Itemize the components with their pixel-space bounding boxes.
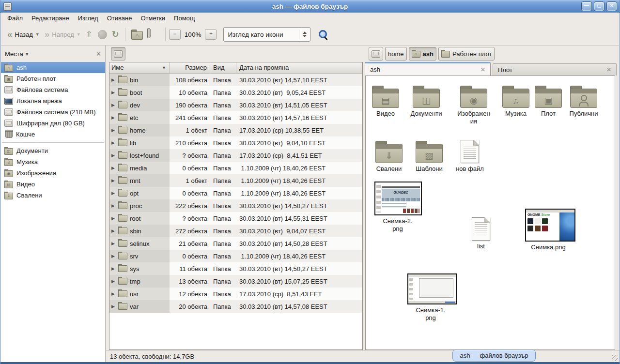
sidebar-item[interactable]: ◉Изображения bbox=[1, 167, 105, 179]
computer-button[interactable] bbox=[145, 28, 162, 41]
file-icon-snimka2[interactable]: GUADECСнимка-2. png bbox=[374, 182, 421, 232]
sidebar-title[interactable]: Места bbox=[5, 50, 23, 58]
file-icon-images[interactable]: ◉Изображен ия bbox=[450, 84, 497, 125]
file-icon-downloads[interactable]: ⇓Свалени bbox=[366, 139, 412, 173]
view-mode-select[interactable]: Изглед като икони bbox=[223, 27, 310, 42]
close-button[interactable]: ✕ bbox=[606, 1, 617, 11]
file-icon-public[interactable]: Публични bbox=[560, 84, 607, 118]
breadcrumb-button[interactable] bbox=[369, 47, 383, 61]
menu-item-go[interactable]: Отиване bbox=[103, 14, 137, 23]
table-row[interactable]: ▶boot10 обектаПапка30.03.2010 (вт) 9,05,… bbox=[109, 86, 362, 99]
table-row[interactable]: ▶home1 обектПапка17.03.2010 (ср) 10,38,5… bbox=[109, 124, 362, 136]
file-icon-snimka1[interactable]: Снимка-1. png bbox=[407, 273, 454, 321]
sidebar-item[interactable]: Кошче bbox=[1, 129, 105, 140]
breadcrumb-button[interactable]: Работен плот bbox=[438, 47, 495, 61]
tab-close-icon[interactable]: ✕ bbox=[480, 66, 485, 73]
zoom-out-button[interactable]: − bbox=[169, 29, 181, 40]
expander-icon[interactable]: ▶ bbox=[111, 254, 116, 258]
breadcrumb-button[interactable]: ⌂ash bbox=[409, 47, 436, 61]
tab-ash[interactable]: ash✕ bbox=[365, 62, 491, 76]
expander-icon[interactable]: ▶ bbox=[111, 77, 116, 82]
menu-item-view[interactable]: Изглед bbox=[74, 14, 103, 23]
expander-icon[interactable]: ▶ bbox=[111, 291, 116, 296]
table-row[interactable]: ▶bin108 обектаПапка30.03.2010 (вт) 14,57… bbox=[109, 74, 362, 86]
expander-icon[interactable]: ▶ bbox=[111, 228, 116, 233]
expander-icon[interactable]: ▶ bbox=[111, 128, 116, 133]
file-icon-templates[interactable]: ▨Шаблони bbox=[406, 139, 452, 173]
reload-button[interactable]: ↻ bbox=[109, 27, 122, 42]
expander-icon[interactable]: ▶ bbox=[111, 90, 116, 95]
column-header[interactable]: Вид bbox=[210, 62, 236, 73]
expander-icon[interactable]: ▶ bbox=[111, 203, 116, 208]
menu-item-bookmarks[interactable]: Отметки bbox=[136, 14, 170, 23]
up-button[interactable]: ⇧ bbox=[83, 27, 95, 42]
table-row[interactable]: ▶sbin272 обектаПапка30.03.2010 (вт) 9,04… bbox=[109, 225, 362, 237]
breadcrumb-button[interactable]: home bbox=[385, 47, 407, 61]
sidebar-close-icon[interactable]: ✕ bbox=[96, 50, 101, 58]
table-row[interactable]: ▶dev190 обектаПапка30.03.2010 (вт) 14,51… bbox=[109, 99, 362, 111]
table-row[interactable]: ▶tmp13 обектаПапка30.03.2010 (вт) 15,07,… bbox=[109, 275, 362, 288]
table-row[interactable]: ▶etc241 обектаПапка30.03.2010 (вт) 14,57… bbox=[109, 111, 362, 124]
menu-item-edit[interactable]: Редактиране bbox=[27, 14, 74, 23]
search-button[interactable] bbox=[318, 30, 328, 39]
expander-icon[interactable]: ▶ bbox=[111, 153, 116, 158]
expander-icon[interactable]: ▶ bbox=[111, 103, 116, 107]
table-row[interactable]: ▶srv0 обектаПапка 1.10.2009 (чт) 18,40,2… bbox=[109, 250, 362, 262]
table-row[interactable]: ▶lib210 обектаПапка30.03.2010 (вт) 9,04,… bbox=[109, 136, 362, 149]
resize-grip[interactable] bbox=[612, 355, 618, 361]
file-icon-list-file[interactable]: list bbox=[458, 215, 504, 250]
menu-item-help[interactable]: Помощ bbox=[170, 14, 199, 23]
sidebar-item[interactable]: Файлова система bbox=[1, 84, 105, 95]
file-icon-snimka[interactable]: GNOME StoreСнимка.png bbox=[525, 209, 572, 251]
chevron-down-icon[interactable]: ▼ bbox=[25, 51, 30, 57]
minimize-button[interactable]: — bbox=[581, 1, 592, 11]
back-button[interactable]: « Назад ▼ bbox=[5, 28, 42, 41]
sidebar-item[interactable]: ◫Документи bbox=[1, 145, 105, 156]
table-row[interactable]: ▶media0 обектаПапка 1.10.2009 (чт) 18,40… bbox=[109, 162, 362, 174]
forward-button[interactable]: » Напред ▼ bbox=[42, 28, 83, 41]
expander-icon[interactable]: ▶ bbox=[111, 178, 116, 183]
expander-icon[interactable]: ▶ bbox=[111, 241, 116, 246]
expander-icon[interactable]: ▶ bbox=[111, 115, 116, 120]
titlebar[interactable]: ash — файлов браузър — ▢ ✕ bbox=[0, 0, 620, 13]
sidebar-item[interactable]: ⇓Свалени bbox=[1, 190, 105, 201]
column-header[interactable]: Размер bbox=[170, 62, 210, 73]
table-row[interactable]: ▶proc222 обектаПапка30.03.2010 (вт) 14,5… bbox=[109, 199, 362, 212]
expander-icon[interactable]: ▶ bbox=[111, 279, 116, 284]
expander-icon[interactable]: ▶ bbox=[111, 166, 116, 170]
sidebar-item[interactable]: Локална мрежа bbox=[1, 95, 105, 106]
column-header[interactable]: Име▼ bbox=[109, 62, 170, 73]
stop-button[interactable] bbox=[95, 28, 109, 41]
maximize-button[interactable]: ▢ bbox=[594, 1, 604, 11]
home-button[interactable]: ⌂ bbox=[129, 28, 145, 42]
taskbar-window-button[interactable]: ash — файлов браузър bbox=[452, 349, 536, 362]
file-icon-documents[interactable]: ◫Документи bbox=[403, 84, 450, 118]
menu-item-file[interactable]: Файл bbox=[3, 14, 27, 23]
expander-icon[interactable]: ▶ bbox=[111, 304, 116, 309]
file-icon-video[interactable]: ▤Видео bbox=[365, 84, 409, 118]
table-row[interactable]: ▶opt0 обектаПапка 1.10.2009 (чт) 18,40,2… bbox=[109, 187, 362, 199]
expander-icon[interactable]: ▶ bbox=[111, 216, 116, 221]
table-row[interactable]: ▶selinux21 обектаПапка30.03.2010 (вт) 14… bbox=[109, 237, 362, 250]
root-location-button[interactable] bbox=[111, 47, 125, 61]
sidebar-item[interactable]: ♫Музика bbox=[1, 156, 105, 167]
sidebar-item[interactable]: ▤Видео bbox=[1, 179, 105, 190]
table-row[interactable]: ▶lost+found? обектаПапка17.03.2010 (ср) … bbox=[109, 149, 362, 162]
expander-icon[interactable]: ▶ bbox=[111, 266, 116, 271]
sidebar-item[interactable]: Файлова система (210 MB) bbox=[1, 106, 105, 118]
sidebar-item[interactable]: ⌂ash bbox=[1, 62, 105, 73]
combo-stepper-icon[interactable] bbox=[299, 31, 310, 37]
table-row[interactable]: ▶var20 обектаПапка30.03.2010 (вт) 14,57,… bbox=[109, 300, 362, 313]
icon-view[interactable]: ▤Видео◫Документи◉Изображен ия♫Музика▣Пло… bbox=[365, 76, 615, 350]
column-header[interactable]: Дата на промяна bbox=[236, 62, 362, 73]
tab-Плот[interactable]: Плот✕ bbox=[493, 63, 617, 76]
expander-icon[interactable]: ▶ bbox=[111, 191, 116, 196]
zoom-in-button[interactable]: + bbox=[205, 29, 217, 40]
tab-close-icon[interactable]: ✕ bbox=[606, 66, 611, 73]
table-row[interactable]: ▶usr12 обектаПапка17.03.2010 (ср) 8,51,4… bbox=[109, 288, 362, 300]
expander-icon[interactable]: ▶ bbox=[111, 140, 116, 145]
sidebar-item[interactable]: ▣Работен плот bbox=[1, 73, 105, 84]
table-row[interactable]: ▶root? обектаПапка30.03.2010 (вт) 14,55,… bbox=[109, 212, 362, 225]
table-row[interactable]: ▶sys11 обектаПапка30.03.2010 (вт) 14,50,… bbox=[109, 262, 362, 275]
back-dropdown-icon[interactable]: ▼ bbox=[35, 32, 40, 37]
